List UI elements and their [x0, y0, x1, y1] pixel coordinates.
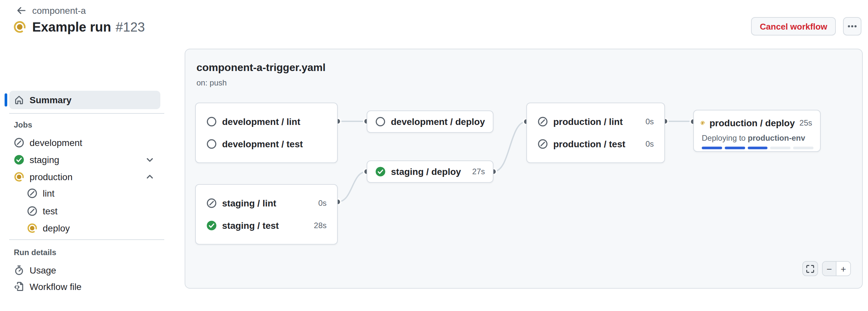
job-label: development / test [222, 139, 303, 149]
edge-stagingdeploy-production [493, 122, 526, 172]
home-icon [14, 95, 24, 105]
file-code-icon [14, 281, 24, 292]
skipped-status-icon [206, 198, 217, 208]
run-name: Example run [32, 18, 111, 36]
sidebar-job-label: production [30, 172, 72, 182]
zoom-in-button[interactable]: + [836, 262, 850, 276]
graph-node-development[interactable]: development / lint development / test [195, 103, 338, 163]
back-arrow-icon[interactable] [16, 5, 26, 16]
job-label: staging / deploy [391, 166, 461, 177]
graph-node-development-deploy[interactable]: development / deploy [367, 110, 493, 133]
graph-view-controls: − + [802, 261, 851, 276]
deployment-note-prefix: Deploying to [702, 134, 748, 143]
environment-name: production-env [748, 134, 805, 143]
deployment-progress-bar [702, 147, 813, 149]
zoom-out-button[interactable]: − [823, 262, 836, 276]
job-duration: 27s [472, 167, 485, 176]
job-label: production / lint [553, 116, 623, 127]
deployment-note: Deploying to production-env [702, 134, 812, 143]
sidebar-item-label: Summary [30, 95, 72, 105]
kebab-menu-button[interactable] [843, 17, 861, 35]
breadcrumb-workflow-link[interactable]: component-a [32, 5, 86, 16]
header-actions: Cancel workflow [751, 17, 861, 35]
fullscreen-button[interactable] [802, 261, 818, 276]
graph-job-staging-lint[interactable]: staging / lint 0s [206, 194, 327, 213]
job-duration: 28s [314, 221, 327, 230]
job-label: staging / lint [222, 198, 276, 208]
chevron-up-icon[interactable] [145, 172, 155, 182]
progress-segment [725, 147, 745, 149]
progress-segment [770, 147, 791, 149]
breadcrumb: component-a [16, 5, 86, 17]
job-label: production / deploy [710, 118, 795, 128]
sidebar-job-label: development [30, 137, 82, 148]
sidebar-divider [9, 113, 164, 114]
chevron-down-icon[interactable] [145, 154, 155, 165]
sidebar-item-usage[interactable]: Usage [8, 262, 164, 279]
graph-job-development-deploy: development / deploy [375, 112, 485, 131]
job-duration: 0s [318, 199, 327, 208]
graph-job-production-deploy: production / deploy 25s [701, 114, 812, 132]
progress-segment [747, 147, 768, 149]
graph-job-staging-test[interactable]: staging / test 28s [206, 216, 327, 235]
sidebar-job-development[interactable]: development [8, 134, 164, 151]
graph-job-development-lint[interactable]: development / lint [206, 112, 327, 131]
run-title-row: Example run #123 [13, 18, 145, 36]
sidebar-step-lint[interactable]: lint [8, 185, 164, 202]
stopwatch-icon [14, 265, 24, 276]
sidebar-item-summary[interactable]: Summary [9, 91, 160, 109]
job-label: production / test [553, 139, 625, 149]
in-progress-status-icon [14, 172, 24, 182]
pending-status-icon [206, 116, 217, 127]
sidebar-item-workflow-file[interactable]: Workflow file [8, 278, 164, 295]
progress-segment [702, 147, 722, 149]
sidebar-divider [9, 239, 164, 240]
job-duration: 0s [646, 117, 654, 126]
in-progress-status-icon [27, 223, 37, 233]
job-duration: 0s [646, 139, 654, 149]
actions-run-page: component-a Example run #123 Cancel work… [0, 0, 868, 311]
skipped-status-icon [537, 139, 548, 149]
run-sidebar: Summary Jobs development staging [0, 44, 174, 267]
graph-node-production-deploy[interactable]: production / deploy 25s Deploying to pro… [693, 110, 821, 152]
sidebar-item-label: Usage [30, 265, 56, 276]
skipped-status-icon [14, 137, 24, 148]
sidebar-item-label: Workflow file [30, 281, 82, 292]
graph-job-production-lint[interactable]: production / lint 0s [537, 112, 654, 131]
graph-node-production[interactable]: production / lint 0s production / test 0… [526, 103, 665, 163]
job-label: staging / test [222, 220, 279, 231]
sidebar-job-production[interactable]: production [8, 168, 164, 186]
job-duration: 25s [799, 118, 812, 128]
skipped-status-icon [27, 188, 37, 199]
success-status-icon [206, 220, 217, 231]
sidebar-step-label: lint [43, 188, 55, 199]
workflow-graph-panel: component-a-trigger.yaml on: push [185, 49, 863, 289]
graph-node-staging-deploy[interactable]: staging / deploy 27s [367, 161, 493, 183]
sidebar-step-deploy[interactable]: deploy [8, 220, 164, 237]
zoom-control-group: − + [822, 261, 851, 276]
page-title: Example run #123 [32, 18, 145, 36]
job-label: development / lint [222, 116, 300, 127]
jobs-section-label: Jobs [14, 120, 32, 130]
sidebar-step-label: test [43, 206, 58, 216]
workflow-trigger: on: push [196, 78, 227, 87]
run-details-section-label: Run details [14, 248, 56, 257]
sidebar-step-test[interactable]: test [8, 202, 164, 220]
workflow-file-name: component-a-trigger.yaml [196, 62, 326, 74]
in-progress-status-icon [13, 20, 26, 33]
graph-job-development-test[interactable]: development / test [206, 135, 327, 153]
sidebar-job-staging[interactable]: staging [8, 151, 164, 168]
pending-status-icon [206, 139, 217, 149]
success-status-icon [375, 166, 386, 177]
sidebar-job-label: staging [30, 154, 59, 165]
run-number: #123 [116, 20, 145, 35]
success-status-icon [14, 154, 24, 165]
graph-job-production-test[interactable]: production / test 0s [537, 135, 654, 153]
skipped-status-icon [537, 116, 548, 127]
graph-node-staging[interactable]: staging / lint 0s staging / test 28s [195, 184, 338, 245]
job-label: development / deploy [391, 116, 485, 127]
kebab-horizontal-icon [847, 21, 858, 32]
sidebar-step-label: deploy [43, 223, 70, 233]
in-progress-status-icon [701, 118, 705, 128]
cancel-workflow-button[interactable]: Cancel workflow [751, 17, 836, 35]
